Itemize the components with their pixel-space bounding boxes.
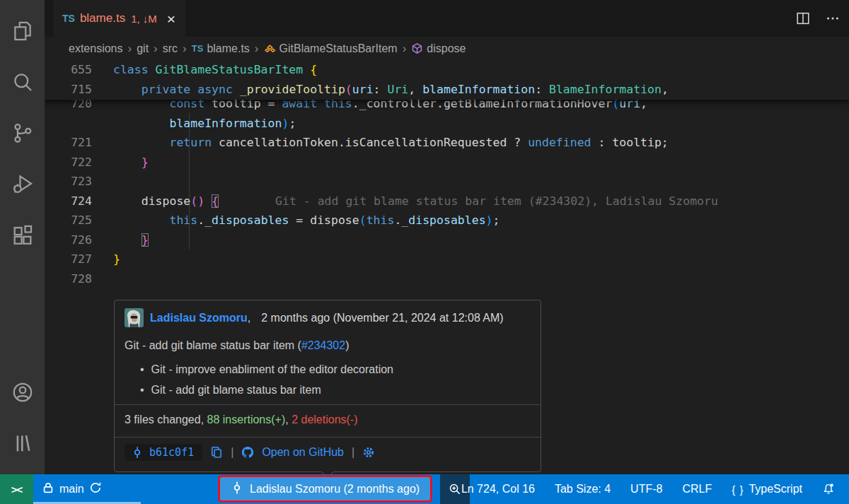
tab-bar: TS blame.ts 1, ↓M × <box>45 0 849 37</box>
breadcrumb-item-dispose[interactable]: dispose <box>411 42 466 55</box>
tab-blame-ts[interactable]: TS blame.ts 1, ↓M × <box>53 0 185 37</box>
breadcrumb-item-git[interactable]: git <box>137 42 149 55</box>
open-on-github-link[interactable]: Open on GitHub <box>262 446 344 459</box>
line-number: 727 <box>45 252 92 266</box>
typescript-file-icon: TS <box>62 13 75 24</box>
breadcrumb-label: git <box>137 42 149 55</box>
breadcrumb-label: GitBlameStatusBarItem <box>279 42 398 55</box>
chevron-right-icon: › <box>128 42 132 56</box>
bell-icon[interactable] <box>812 483 845 496</box>
run-debug-icon[interactable] <box>0 158 45 209</box>
chevron-right-icon: › <box>403 42 407 56</box>
code-line-655: 655class GitBlameStatusBarItem { <box>45 60 849 80</box>
author-separator: , <box>248 312 250 324</box>
line-number: 655 <box>45 63 92 76</box>
status-item-utf-8[interactable]: UTF-8 <box>620 483 672 496</box>
breadcrumb-label: src <box>163 42 178 55</box>
chevron-right-icon: › <box>183 42 187 56</box>
commit-message-bullet: •Git - add git blame status bar item <box>140 384 531 397</box>
line-number: 728 <box>45 272 92 286</box>
tab-decoration-badge: 1, ↓M <box>131 13 157 25</box>
remote-indicator[interactable]: >< <box>0 474 33 504</box>
source-control-icon[interactable] <box>0 107 45 158</box>
status-item-ln-724-col-16[interactable]: Ln 724, Col 16 <box>451 483 545 496</box>
split-editor-icon[interactable] <box>795 11 811 26</box>
author-link[interactable]: Ladislau Szomoru <box>150 312 248 324</box>
commit-message-bullet: •Git - improve enabliment of the editor … <box>140 363 531 376</box>
line-number: 723 <box>45 175 92 188</box>
typescript-file-icon: TS <box>192 43 204 54</box>
git-blame-hover: Ladislau Szomoru, 2 months ago (November… <box>114 300 541 472</box>
breadcrumb-item-gitblamestatusbaritem[interactable]: GitBlameStatusBarItem <box>264 42 398 55</box>
breadcrumb-label: blame.ts <box>207 42 249 55</box>
extensions-icon[interactable] <box>0 209 45 260</box>
breadcrumb-item-src[interactable]: src <box>163 42 178 55</box>
copy-icon[interactable] <box>210 446 223 459</box>
commit-subject: Git - add git blame status bar item (#23… <box>125 339 531 352</box>
braces-icon: { } <box>732 484 744 496</box>
status-item-tab-size-4[interactable]: Tab Size: 4 <box>545 483 620 496</box>
github-icon <box>241 446 254 459</box>
search-icon[interactable] <box>0 57 45 107</box>
chevron-right-icon: › <box>255 42 259 56</box>
sticky-scroll: 655class GitBlameStatusBarItem {715 priv… <box>45 60 849 100</box>
line-number: 725 <box>45 213 92 227</box>
breadcrumb-label: dispose <box>427 42 466 55</box>
breadcrumb-label: extensions <box>69 42 123 55</box>
branch-item[interactable]: main <box>35 474 109 504</box>
lock-icon <box>42 481 54 497</box>
tab-label: blame.ts <box>80 11 125 25</box>
code-line-715: 715 private async _provideTooltip(uri: U… <box>45 80 849 100</box>
code-line-728: 728 <box>45 269 849 289</box>
line-number: 721 <box>45 136 92 149</box>
insertions-count: 88 insertions(+) <box>207 414 286 426</box>
code-line-725: 725 this._disposables = dispose(this._di… <box>45 211 849 230</box>
status-item-typescript[interactable]: { }TypeScript <box>722 483 812 496</box>
line-number: 724 <box>45 194 92 208</box>
close-icon[interactable]: × <box>167 11 175 26</box>
issue-link[interactable]: #234302 <box>301 339 345 351</box>
code-line-722: 722 } <box>45 153 849 172</box>
blame-status-label: Ladislau Szomoru (2 months ago) <box>250 483 420 496</box>
code-line-726: 726 } <box>45 230 849 250</box>
line-number: 722 <box>45 156 92 169</box>
inline-blame-annotation[interactable]: Git - add git blame status bar item (#23… <box>275 194 718 208</box>
breadcrumb-item-extensions[interactable]: extensions <box>69 42 123 55</box>
activity-bar <box>0 0 45 474</box>
commit-hash-button[interactable]: b61c0f1 <box>125 444 202 461</box>
more-actions-icon[interactable] <box>825 11 841 26</box>
separator: | <box>352 446 354 459</box>
separator: | <box>231 446 233 459</box>
status-bar: >< main Ladislau Szomoru (2 months ago) … <box>0 474 849 504</box>
library-icon[interactable] <box>0 418 45 469</box>
git-commit-icon <box>131 446 144 459</box>
code-line-721: 721 return cancellationToken.isCancellat… <box>45 133 849 153</box>
gear-icon[interactable] <box>362 446 375 459</box>
vscode-window: TS blame.ts 1, ↓M × extensions›git›src›T… <box>0 0 849 504</box>
account-icon[interactable] <box>0 367 45 418</box>
code-line-727: 727} <box>45 250 849 269</box>
symbol-method-icon <box>411 42 423 54</box>
code-line-723: 723 <box>45 172 849 192</box>
breadcrumb: extensions›git›src›TSblame.ts›GitBlameSt… <box>45 37 849 60</box>
breadcrumb-item-blame-ts[interactable]: TSblame.ts <box>192 42 250 55</box>
avatar <box>125 308 144 327</box>
symbol-class-icon <box>264 42 276 54</box>
line-number: 715 <box>45 83 92 96</box>
git-commit-icon <box>231 481 243 497</box>
branch-name: main <box>59 483 84 496</box>
chevron-right-icon: › <box>154 42 158 56</box>
status-item-crlf[interactable]: CRLF <box>672 483 722 496</box>
explorer-icon[interactable] <box>0 6 45 57</box>
deletions-count: 2 deletions(-) <box>291 414 357 426</box>
commit-stats: 3 files changed, 88 insertions(+), 2 del… <box>115 405 541 435</box>
git-blame-status-item[interactable]: Ladislau Szomoru (2 months ago) <box>218 475 432 503</box>
code-line-wrap: blameInformation); <box>45 114 849 134</box>
line-number: 726 <box>45 233 92 247</box>
sync-icon <box>89 481 102 497</box>
code-line-724: 724 dispose() {Git - add git blame statu… <box>45 192 849 211</box>
commit-time: 2 months ago (November 21, 2024 at 12:08… <box>261 312 503 324</box>
